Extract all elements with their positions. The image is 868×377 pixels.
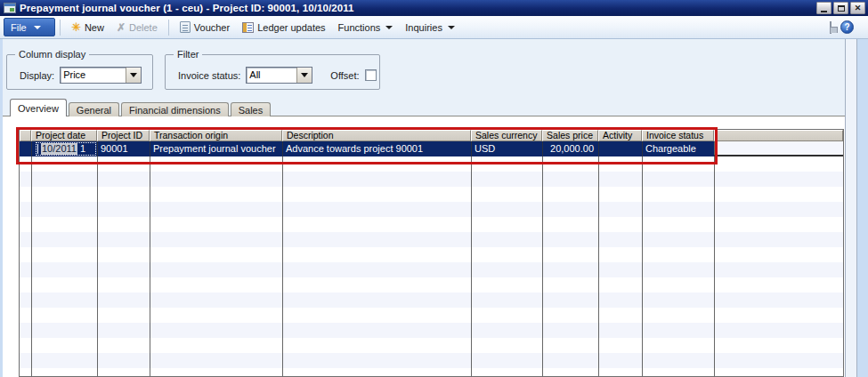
- new-button[interactable]: ✳ New: [65, 18, 110, 37]
- chevron-down-icon: [301, 73, 308, 77]
- delete-button: ✗ Delete: [110, 18, 164, 37]
- help-icon: ?: [844, 22, 849, 32]
- column-header-sales-currency[interactable]: Sales currency: [471, 130, 542, 141]
- cell-description[interactable]: Advance towards project 90001: [282, 141, 471, 156]
- inquiries-menu[interactable]: Inquiries: [399, 18, 461, 37]
- combobox-drop-button[interactable]: [296, 68, 312, 83]
- column-header-invoice-status[interactable]: Invoice status: [642, 130, 714, 141]
- delete-x-icon: ✗: [117, 22, 126, 33]
- layout-toggle-button[interactable]: [830, 22, 831, 33]
- invoice-status-value: All: [247, 68, 296, 83]
- grid-line: [598, 141, 599, 376]
- tab-overview[interactable]: Overview: [10, 99, 67, 116]
- voucher-button-label: Voucher: [194, 22, 230, 33]
- delete-button-label: Delete: [129, 22, 158, 33]
- grid-line: [471, 141, 472, 376]
- row-filler-segment: [714, 141, 843, 156]
- grid-line: [31, 141, 32, 376]
- ledger-updates-button[interactable]: Ledger updates: [236, 18, 331, 37]
- cell-transaction-origin[interactable]: Prepayment journal voucher: [150, 141, 282, 156]
- cell-sales-currency[interactable]: USD: [471, 141, 542, 156]
- column-header-filler: [714, 130, 843, 141]
- text-caret: [37, 144, 38, 154]
- column-header-project-date[interactable]: Project date: [31, 130, 97, 141]
- minimize-button[interactable]: [816, 2, 831, 14]
- functions-menu[interactable]: Functions: [332, 18, 400, 37]
- column-display-group-label: Column display: [15, 49, 89, 60]
- voucher-button[interactable]: Voucher: [174, 18, 236, 37]
- combobox-drop-button[interactable]: [126, 68, 141, 83]
- display-combobox-value: Price: [61, 68, 126, 83]
- transactions-grid: Project date Project ID Transaction orig…: [19, 129, 844, 377]
- tab-financial-dimensions[interactable]: Financial dimensions: [121, 102, 229, 116]
- window-title: Prepayment journal voucher (1 - ceu) - P…: [20, 3, 816, 13]
- ledger-book-icon: [242, 22, 254, 33]
- grid-body[interactable]: 10/2011 1 90001 Prepayment journal vouch…: [20, 141, 843, 376]
- table-row-selected[interactable]: 10/2011 1 90001 Prepayment journal vouch…: [20, 141, 714, 156]
- tab-strip: Overview General Financial dimensions Sa…: [3, 99, 856, 116]
- filter-group: Filter Invoice status: All Offset:: [165, 54, 380, 90]
- grid-header-row: Project date Project ID Transaction orig…: [20, 130, 843, 141]
- inquiries-menu-label: Inquiries: [405, 22, 442, 33]
- file-menu-label: File: [11, 22, 27, 33]
- row-selector-cell[interactable]: [20, 141, 31, 156]
- invoice-status-combobox[interactable]: All: [246, 67, 312, 84]
- layout-icon: [830, 21, 831, 34]
- cell-activity[interactable]: [598, 141, 642, 156]
- toolbar-separator: [168, 20, 169, 36]
- column-header-activity[interactable]: Activity: [598, 130, 642, 141]
- maximize-icon: [838, 5, 845, 12]
- selected-text: 10/2011: [41, 143, 77, 155]
- close-icon: ✕: [855, 4, 862, 12]
- offset-checkbox[interactable]: [365, 69, 377, 81]
- cell-sales-price[interactable]: 20,000.00: [542, 141, 598, 156]
- date-tail-text: 1: [80, 141, 85, 156]
- help-button[interactable]: ?: [840, 20, 854, 34]
- title-bar: Prepayment journal voucher (1 - ceu) - P…: [0, 0, 868, 16]
- grid-line: [150, 141, 150, 376]
- functions-menu-label: Functions: [338, 22, 381, 33]
- overview-tab-panel: Project date Project ID Transaction orig…: [3, 116, 856, 377]
- ledger-updates-label: Ledger updates: [257, 22, 325, 33]
- toolbar: File ✳ New ✗ Delete Voucher Ledger updat…: [0, 16, 868, 39]
- new-button-label: New: [85, 22, 104, 33]
- grid-line: [714, 141, 715, 376]
- close-button[interactable]: ✕: [850, 2, 865, 14]
- grid-line: [542, 141, 543, 376]
- invoice-status-label: Invoice status:: [178, 70, 240, 81]
- cell-invoice-status[interactable]: Chargeable: [642, 141, 714, 156]
- chevron-down-icon: [385, 26, 393, 29]
- column-header-transaction-origin[interactable]: Transaction origin: [150, 130, 282, 141]
- display-label: Display:: [20, 70, 54, 81]
- display-combobox[interactable]: Price: [60, 67, 142, 84]
- toolbar-separator: [60, 20, 61, 36]
- window-icon: [4, 3, 16, 13]
- window-frame-left: [0, 39, 3, 377]
- cell-project-date[interactable]: 10/2011 1: [31, 141, 97, 156]
- app-window: Prepayment journal voucher (1 - ceu) - P…: [0, 0, 868, 377]
- maximize-button[interactable]: [833, 2, 848, 14]
- file-menu-button[interactable]: File: [4, 18, 55, 36]
- chevron-down-icon: [34, 26, 41, 29]
- filter-group-label: Filter: [174, 49, 202, 60]
- window-frame-right: [857, 39, 868, 377]
- chevron-down-icon: [130, 73, 137, 77]
- column-header-sales-price[interactable]: Sales price: [542, 130, 598, 141]
- offset-label: Offset:: [330, 70, 359, 81]
- grid-line: [282, 141, 283, 376]
- column-display-group: Column display Display: Price: [6, 54, 153, 90]
- column-header-description[interactable]: Description: [282, 130, 471, 141]
- new-star-icon: ✳: [71, 21, 81, 33]
- select-all-cell[interactable]: [20, 130, 31, 141]
- column-header-project-id[interactable]: Project ID: [97, 130, 150, 141]
- chevron-down-icon: [448, 26, 455, 29]
- minimize-icon: [821, 11, 827, 12]
- cell-project-id[interactable]: 90001: [97, 141, 150, 156]
- vertical-scrollbar[interactable]: [845, 39, 857, 377]
- grid-line: [97, 141, 98, 376]
- tab-sales[interactable]: Sales: [231, 102, 272, 116]
- client-area: Column display Display: Price Filter Inv…: [0, 39, 868, 377]
- grid-line: [642, 141, 643, 376]
- project-date-edit-field[interactable]: 10/2011 1: [35, 141, 97, 156]
- tab-general[interactable]: General: [69, 102, 119, 116]
